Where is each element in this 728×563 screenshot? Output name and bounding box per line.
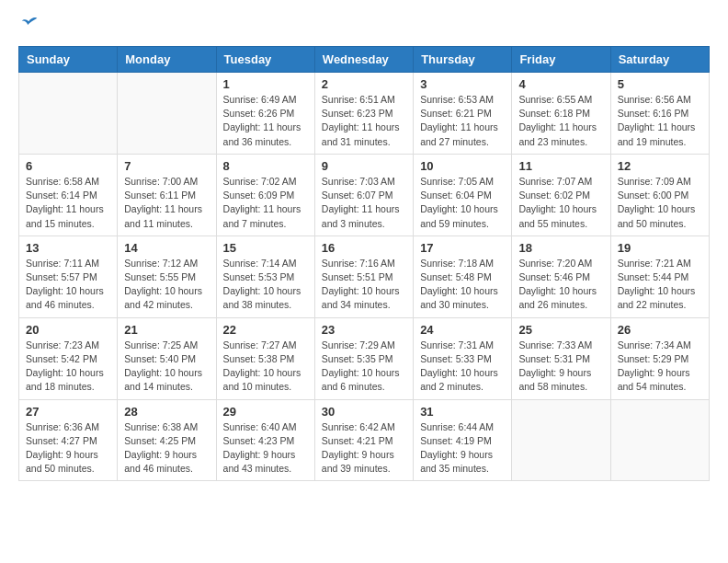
day-cell: 15Sunrise: 7:14 AM Sunset: 5:53 PM Dayli… — [216, 236, 314, 317]
day-number: 23 — [322, 323, 406, 337]
day-info: Sunrise: 7:07 AM Sunset: 6:02 PM Dayligh… — [518, 175, 603, 231]
day-number: 28 — [124, 405, 209, 419]
day-number: 8 — [223, 159, 308, 173]
day-info: Sunrise: 6:40 AM Sunset: 4:23 PM Dayligh… — [223, 420, 308, 477]
day-info: Sunrise: 7:33 AM Sunset: 5:31 PM Dayligh… — [518, 339, 603, 395]
day-info: Sunrise: 6:51 AM Sunset: 6:23 PM Dayligh… — [322, 93, 406, 149]
day-number: 1 — [223, 77, 308, 91]
day-info: Sunrise: 7:34 AM Sunset: 5:29 PM Dayligh… — [618, 339, 702, 395]
day-number: 25 — [518, 323, 603, 337]
day-number: 4 — [518, 77, 603, 91]
weekday-header-tuesday: Tuesday — [216, 47, 314, 73]
day-cell: 16Sunrise: 7:16 AM Sunset: 5:51 PM Dayli… — [314, 236, 413, 317]
day-number: 27 — [26, 405, 110, 419]
day-cell: 4Sunrise: 6:55 AM Sunset: 6:18 PM Daylig… — [512, 73, 610, 155]
day-number: 18 — [518, 241, 603, 255]
day-info: Sunrise: 6:49 AM Sunset: 6:26 PM Dayligh… — [223, 93, 308, 149]
day-info: Sunrise: 7:03 AM Sunset: 6:07 PM Dayligh… — [322, 175, 406, 231]
day-cell — [610, 399, 709, 481]
day-number: 16 — [322, 241, 406, 255]
weekday-header-sunday: Sunday — [19, 47, 118, 73]
day-cell: 2Sunrise: 6:51 AM Sunset: 6:23 PM Daylig… — [314, 73, 413, 155]
day-cell: 13Sunrise: 7:11 AM Sunset: 5:57 PM Dayli… — [19, 236, 118, 317]
day-info: Sunrise: 7:02 AM Sunset: 6:09 PM Dayligh… — [223, 175, 308, 231]
day-cell: 26Sunrise: 7:34 AM Sunset: 5:29 PM Dayli… — [610, 317, 709, 399]
day-cell: 1Sunrise: 6:49 AM Sunset: 6:26 PM Daylig… — [216, 73, 314, 155]
day-cell: 10Sunrise: 7:05 AM Sunset: 6:04 PM Dayli… — [414, 154, 512, 236]
day-info: Sunrise: 7:12 AM Sunset: 5:55 PM Dayligh… — [124, 257, 209, 313]
day-number: 31 — [420, 405, 505, 419]
day-info: Sunrise: 7:05 AM Sunset: 6:04 PM Dayligh… — [420, 175, 505, 231]
day-info: Sunrise: 6:44 AM Sunset: 4:19 PM Dayligh… — [420, 420, 505, 477]
day-number: 19 — [618, 241, 702, 255]
header — [18, 15, 710, 35]
week-row-3: 13Sunrise: 7:11 AM Sunset: 5:57 PM Dayli… — [19, 236, 710, 317]
day-cell: 14Sunrise: 7:12 AM Sunset: 5:55 PM Dayli… — [118, 236, 216, 317]
weekday-header-row: SundayMondayTuesdayWednesdayThursdayFrid… — [19, 47, 710, 73]
day-info: Sunrise: 6:42 AM Sunset: 4:21 PM Dayligh… — [322, 420, 406, 477]
day-info: Sunrise: 7:21 AM Sunset: 5:44 PM Dayligh… — [618, 257, 702, 313]
day-cell: 28Sunrise: 6:38 AM Sunset: 4:25 PM Dayli… — [118, 399, 216, 481]
day-number: 9 — [322, 159, 406, 173]
day-info: Sunrise: 7:00 AM Sunset: 6:11 PM Dayligh… — [124, 175, 209, 231]
day-info: Sunrise: 7:29 AM Sunset: 5:35 PM Dayligh… — [322, 339, 406, 395]
day-number: 21 — [124, 323, 209, 337]
day-cell: 11Sunrise: 7:07 AM Sunset: 6:02 PM Dayli… — [512, 154, 610, 236]
weekday-header-wednesday: Wednesday — [314, 47, 413, 73]
day-number: 6 — [26, 159, 110, 173]
day-cell: 24Sunrise: 7:31 AM Sunset: 5:33 PM Dayli… — [414, 317, 512, 399]
day-number: 29 — [223, 405, 308, 419]
logo-bird-icon — [20, 15, 40, 35]
day-cell: 3Sunrise: 6:53 AM Sunset: 6:21 PM Daylig… — [414, 73, 512, 155]
day-cell: 25Sunrise: 7:33 AM Sunset: 5:31 PM Dayli… — [512, 317, 610, 399]
day-cell: 31Sunrise: 6:44 AM Sunset: 4:19 PM Dayli… — [414, 399, 512, 481]
week-row-5: 27Sunrise: 6:36 AM Sunset: 4:27 PM Dayli… — [19, 399, 710, 481]
day-info: Sunrise: 6:56 AM Sunset: 6:16 PM Dayligh… — [618, 93, 702, 149]
day-cell: 29Sunrise: 6:40 AM Sunset: 4:23 PM Dayli… — [216, 399, 314, 481]
day-number: 14 — [124, 241, 209, 255]
day-cell: 30Sunrise: 6:42 AM Sunset: 4:21 PM Dayli… — [314, 399, 413, 481]
weekday-header-friday: Friday — [512, 47, 610, 73]
day-cell: 7Sunrise: 7:00 AM Sunset: 6:11 PM Daylig… — [118, 154, 216, 236]
week-row-4: 20Sunrise: 7:23 AM Sunset: 5:42 PM Dayli… — [19, 317, 710, 399]
day-cell: 6Sunrise: 6:58 AM Sunset: 6:14 PM Daylig… — [19, 154, 118, 236]
day-cell: 12Sunrise: 7:09 AM Sunset: 6:00 PM Dayli… — [610, 154, 709, 236]
day-cell: 17Sunrise: 7:18 AM Sunset: 5:48 PM Dayli… — [414, 236, 512, 317]
day-cell — [118, 73, 216, 155]
day-info: Sunrise: 7:27 AM Sunset: 5:38 PM Dayligh… — [223, 339, 308, 395]
day-info: Sunrise: 6:55 AM Sunset: 6:18 PM Dayligh… — [518, 93, 603, 149]
day-info: Sunrise: 7:11 AM Sunset: 5:57 PM Dayligh… — [26, 257, 110, 313]
day-cell: 5Sunrise: 6:56 AM Sunset: 6:16 PM Daylig… — [610, 73, 709, 155]
day-cell: 8Sunrise: 7:02 AM Sunset: 6:09 PM Daylig… — [216, 154, 314, 236]
day-cell: 23Sunrise: 7:29 AM Sunset: 5:35 PM Dayli… — [314, 317, 413, 399]
day-info: Sunrise: 6:53 AM Sunset: 6:21 PM Dayligh… — [420, 93, 505, 149]
day-cell: 22Sunrise: 7:27 AM Sunset: 5:38 PM Dayli… — [216, 317, 314, 399]
day-number: 12 — [618, 159, 702, 173]
day-info: Sunrise: 7:31 AM Sunset: 5:33 PM Dayligh… — [420, 339, 505, 395]
day-number: 15 — [223, 241, 308, 255]
day-number: 22 — [223, 323, 308, 337]
week-row-2: 6Sunrise: 6:58 AM Sunset: 6:14 PM Daylig… — [19, 154, 710, 236]
weekday-header-thursday: Thursday — [414, 47, 512, 73]
day-number: 17 — [420, 241, 505, 255]
logo — [18, 15, 40, 35]
calendar-table: SundayMondayTuesdayWednesdayThursdayFrid… — [18, 46, 710, 481]
day-number: 13 — [26, 241, 110, 255]
day-info: Sunrise: 6:36 AM Sunset: 4:27 PM Dayligh… — [26, 420, 110, 477]
week-row-1: 1Sunrise: 6:49 AM Sunset: 6:26 PM Daylig… — [19, 73, 710, 155]
day-info: Sunrise: 6:38 AM Sunset: 4:25 PM Dayligh… — [124, 420, 209, 477]
day-cell: 21Sunrise: 7:25 AM Sunset: 5:40 PM Dayli… — [118, 317, 216, 399]
day-info: Sunrise: 7:16 AM Sunset: 5:51 PM Dayligh… — [322, 257, 406, 313]
day-number: 20 — [26, 323, 110, 337]
day-info: Sunrise: 6:58 AM Sunset: 6:14 PM Dayligh… — [26, 175, 110, 231]
day-number: 3 — [420, 77, 505, 91]
day-info: Sunrise: 7:09 AM Sunset: 6:00 PM Dayligh… — [618, 175, 702, 231]
day-info: Sunrise: 7:25 AM Sunset: 5:40 PM Dayligh… — [124, 339, 209, 395]
day-cell: 27Sunrise: 6:36 AM Sunset: 4:27 PM Dayli… — [19, 399, 118, 481]
day-number: 26 — [618, 323, 702, 337]
day-info: Sunrise: 7:20 AM Sunset: 5:46 PM Dayligh… — [518, 257, 603, 313]
day-cell — [512, 399, 610, 481]
day-number: 24 — [420, 323, 505, 337]
day-number: 2 — [322, 77, 406, 91]
day-number: 10 — [420, 159, 505, 173]
